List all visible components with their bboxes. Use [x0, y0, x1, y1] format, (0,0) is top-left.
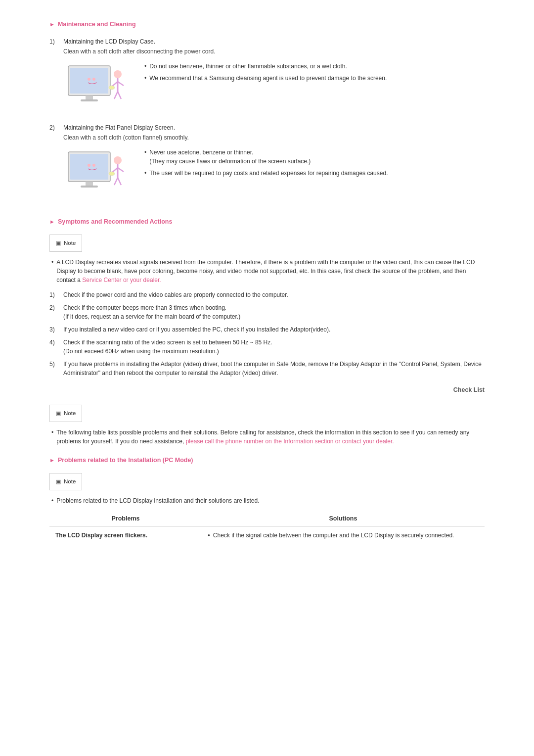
solution-bullet: Check if the signal cable between the co… [208, 531, 479, 540]
checklist-items: 1) Check if the power cord and the video… [49, 290, 485, 378]
maintenance-item-1-bullets: Do not use benzene, thinner or other fla… [144, 62, 387, 86]
problems-note-bullet: Problems related to the LCD Display inst… [51, 496, 485, 505]
svg-point-12 [109, 86, 115, 90]
note-icon: ▣ [56, 239, 61, 247]
checklist-item-2: 2) Check if the computer beeps more than… [49, 303, 485, 321]
svg-point-6 [114, 70, 122, 78]
svg-point-25 [109, 172, 115, 176]
checklist-note-label-box: ▣ Note [49, 405, 82, 422]
svg-point-5 [92, 78, 95, 81]
note-label-box: ▣ Note [49, 235, 82, 252]
problems-table: Problems Solutions The LCD Display scree… [49, 511, 485, 546]
maintenance-item-2-content: Maintaining the Flat Panel Display Scree… [63, 123, 485, 205]
svg-line-22 [118, 168, 124, 172]
svg-rect-3 [81, 99, 98, 101]
svg-line-10 [114, 92, 118, 99]
svg-rect-14 [70, 154, 108, 180]
table-row: The LCD Display screen flickers. Check i… [49, 526, 485, 546]
problems-heading: ► Problems related to the Installation (… [49, 456, 485, 465]
svg-rect-15 [86, 182, 93, 186]
monitor-illustration-1 [63, 62, 133, 111]
bullet-item: Never use acetone, benzene or thinner.(T… [144, 148, 388, 166]
svg-point-17 [88, 164, 90, 167]
bullet-item: We recommend that a Samsung cleansing ag… [144, 74, 387, 83]
arrow-icon: ► [49, 20, 55, 29]
maintenance-item-1-image-row: Do not use benzene, thinner or other fla… [63, 62, 485, 111]
problem-cell: The LCD Display screen flickers. [49, 526, 202, 546]
arrow-icon: ► [49, 218, 55, 226]
monitor-illustration-2 [63, 148, 133, 197]
bullet-item: The user will be required to pay costs a… [144, 169, 388, 178]
arrow-icon: ► [49, 456, 55, 465]
svg-line-23 [114, 178, 118, 185]
maintenance-heading: ► Maintenance and Cleaning [49, 20, 485, 29]
symptoms-heading: ► Symptoms and Recommended Actions [49, 217, 485, 227]
svg-rect-1 [70, 68, 108, 94]
problems-section: ► Problems related to the Installation (… [49, 456, 485, 546]
svg-point-18 [92, 164, 95, 167]
checklist-item-1: 1) Check if the power cord and the video… [49, 290, 485, 299]
maintenance-item-1-content: Maintaining the LCD Display Case. Clean … [63, 37, 485, 119]
check-list-label: Check List [49, 385, 485, 395]
svg-line-11 [118, 92, 121, 99]
solutions-col-header: Solutions [202, 511, 485, 526]
checklist-item-3: 3) If you installed a new video card or … [49, 325, 485, 334]
maintenance-section: ► Maintenance and Cleaning 1) Maintainin… [49, 20, 485, 205]
bullet-item: Do not use benzene, thinner or other fla… [144, 62, 387, 71]
maintenance-item-2-image-row: Never use acetone, benzene or thinner.(T… [63, 148, 485, 197]
symptoms-section: ► Symptoms and Recommended Actions ▣ Not… [49, 217, 485, 395]
maintenance-item-2-bullets: Never use acetone, benzene or thinner.(T… [144, 148, 388, 181]
maintenance-item-1: 1) Maintaining the LCD Display Case. Cle… [49, 37, 485, 119]
symptoms-note-text: A LCD Display recreates visual signals r… [56, 258, 485, 284]
svg-line-9 [118, 82, 124, 86]
checklist-note-section: ▣ Note The following table lists possibl… [49, 405, 485, 446]
svg-rect-16 [81, 186, 98, 188]
symptoms-note-bullet: A LCD Display recreates visual signals r… [51, 258, 485, 284]
problems-col-header: Problems [49, 511, 202, 526]
problems-note-section: ▣ Note Problems related to the LCD Displ… [49, 473, 485, 505]
maintenance-item-2: 2) Maintaining the Flat Panel Display Sc… [49, 123, 485, 205]
svg-line-24 [118, 178, 121, 185]
svg-point-19 [114, 156, 122, 164]
phone-number-link[interactable]: please call the phone number on the Info… [186, 438, 394, 445]
service-center-link[interactable]: Service Center or your dealer. [82, 277, 161, 284]
checklist-item-5: 5) If you have problems in installing th… [49, 360, 485, 378]
checklist-note-bullet: The following table lists possible probl… [51, 428, 485, 446]
note-icon: ▣ [56, 477, 61, 486]
svg-point-4 [88, 78, 90, 81]
solution-cell: Check if the signal cable between the co… [202, 526, 485, 546]
checklist-item-4: 4) Check if the scanning ratio of the vi… [49, 338, 485, 356]
symptoms-note-section: ▣ Note A LCD Display recreates visual si… [49, 235, 485, 284]
problems-note-label-box: ▣ Note [49, 473, 82, 490]
note-icon: ▣ [56, 409, 61, 418]
svg-rect-2 [86, 95, 93, 99]
